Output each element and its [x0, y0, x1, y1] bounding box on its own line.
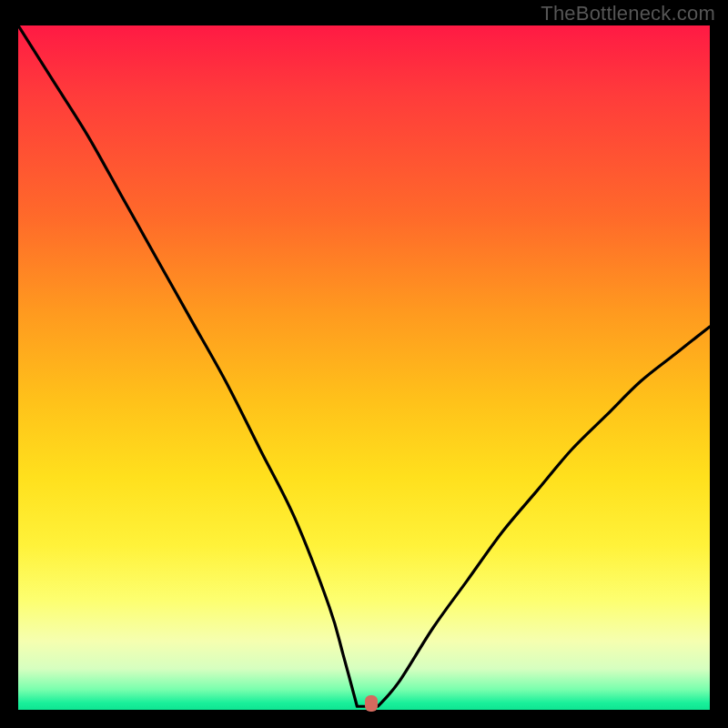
minimum-marker [365, 695, 378, 712]
chart-frame: TheBottleneck.com [0, 0, 728, 728]
bottleneck-curve [18, 25, 710, 710]
plot-area [18, 25, 710, 710]
watermark-text: TheBottleneck.com [541, 2, 715, 25]
